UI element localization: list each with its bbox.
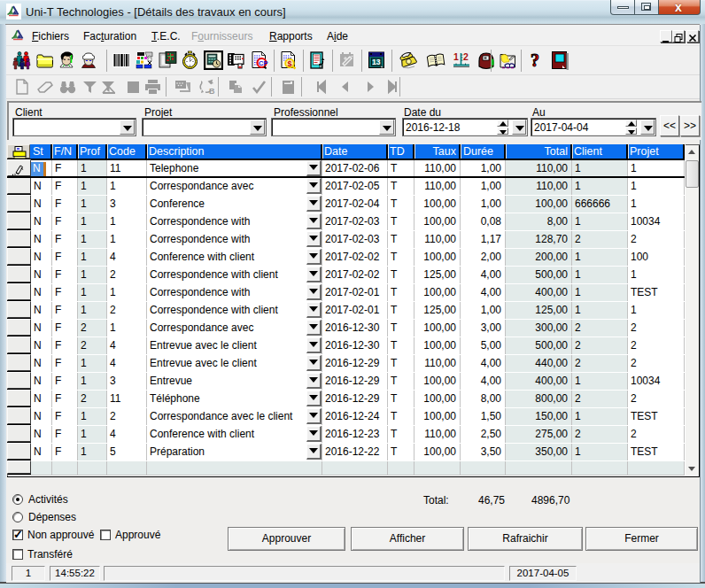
- svg-text:1: 1: [453, 51, 459, 62]
- svg-text:$: $: [288, 59, 292, 68]
- svg-text:13: 13: [372, 58, 381, 66]
- svg-text:2: 2: [463, 51, 469, 62]
- svg-text:?: ?: [531, 50, 539, 70]
- svg-text:B: B: [209, 87, 215, 96]
- svg-text:CP: CP: [259, 59, 267, 67]
